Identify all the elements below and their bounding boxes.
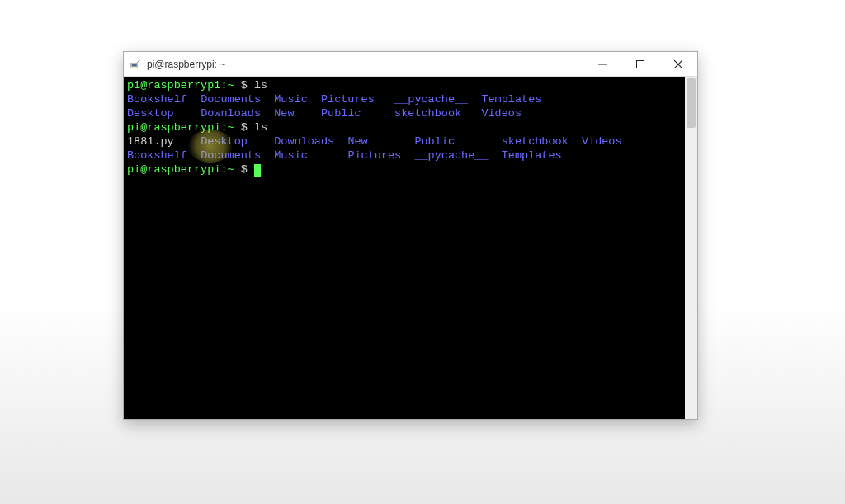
titlebar[interactable]: pi@raspberrypi: ~ — [124, 52, 697, 77]
svg-rect-5 — [637, 60, 644, 68]
ls-output-row: Desktop Downloads New Public sketchbook … — [127, 106, 682, 120]
ls-output-row: Bookshelf Documents Music Pictures __pyc… — [127, 148, 682, 163]
prompt-line[interactable]: pi@raspberrypi:~ $ — [127, 163, 682, 177]
close-button[interactable] — [659, 52, 697, 76]
prompt-line: pi@raspberrypi:~ $ ls — [127, 78, 682, 92]
svg-rect-1 — [132, 64, 137, 67]
terminal-output[interactable]: pi@raspberrypi:~ $ lsBookshelf Documents… — [124, 77, 685, 419]
minimize-button[interactable] — [583, 52, 621, 76]
window-title: pi@raspberrypi: ~ — [147, 59, 583, 70]
putty-icon — [129, 58, 142, 71]
svg-point-3 — [139, 59, 140, 60]
scrollbar[interactable] — [685, 77, 697, 419]
prompt-line: pi@raspberrypi:~ $ ls — [127, 120, 682, 134]
ls-output-row: 1881.py Desktop Downloads New Public ske… — [127, 134, 682, 148]
cursor — [254, 164, 261, 177]
terminal-window: pi@raspberrypi: ~ pi@raspberrypi:~ $ lsB… — [123, 51, 698, 420]
window-controls — [583, 52, 697, 76]
terminal-body[interactable]: pi@raspberrypi:~ $ lsBookshelf Documents… — [124, 77, 697, 419]
ls-output-row: Bookshelf Documents Music Pictures __pyc… — [127, 92, 682, 106]
maximize-button[interactable] — [621, 52, 659, 76]
scrollbar-thumb[interactable] — [687, 78, 696, 128]
